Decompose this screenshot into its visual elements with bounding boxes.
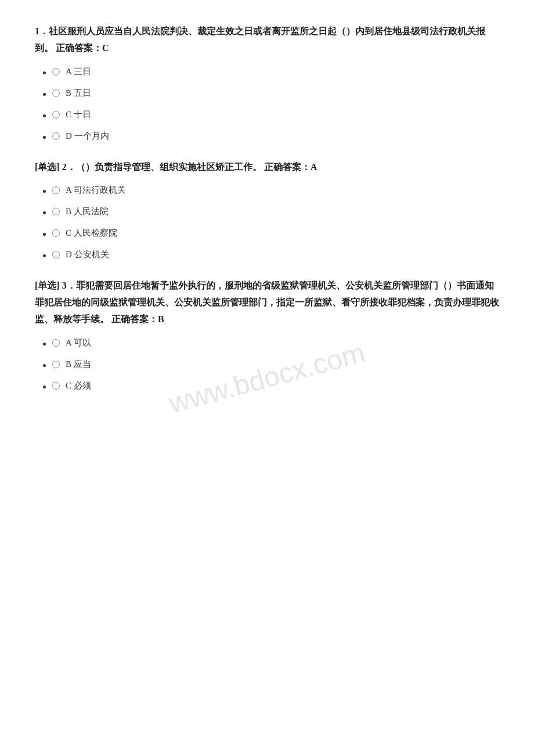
option-label-q3_a: A 可以	[66, 337, 91, 348]
option-label-q2_c: C 人民检察院	[66, 228, 117, 239]
option-item-q1_c: C 十日	[52, 109, 499, 120]
option-item-q1_d: D 一个月内	[52, 131, 499, 142]
options-list-1: A 三日B 五日C 十日D 一个月内	[35, 66, 499, 142]
option-label-q2_d: D 公安机关	[66, 249, 109, 260]
option-label-q1_c: C 十日	[66, 109, 91, 120]
option-label-q2_b: B 人民法院	[66, 206, 109, 217]
questions-container: 1．社区服刑人员应当自人民法院判决、裁定生效之日或者离开监所之日起（）内到居住地…	[35, 23, 499, 391]
question-block-1: 1．社区服刑人员应当自人民法院判决、裁定生效之日或者离开监所之日起（）内到居住地…	[35, 23, 499, 142]
option-item-q3_a: A 可以	[52, 337, 499, 348]
option-label-q2_a: A 司法行政机关	[66, 185, 126, 196]
options-list-2: A 司法行政机关B 人民法院C 人民检察院D 公安机关	[35, 185, 499, 260]
option-label-q1_d: D 一个月内	[66, 131, 109, 142]
radio-q2_a[interactable]	[52, 186, 60, 194]
options-list-3: A 可以B 应当C 必须	[35, 337, 499, 391]
question-block-2: [单选] 2．（）负责指导管理、组织实施社区矫正工作。 正确答案：AA 司法行政…	[35, 159, 499, 261]
radio-q1_d[interactable]	[52, 132, 60, 140]
option-item-q1_b: B 五日	[52, 88, 499, 99]
radio-q1_c[interactable]	[52, 111, 60, 118]
option-item-q3_c: C 必须	[52, 380, 499, 391]
question-block-3: [单选] 3．罪犯需要回居住地暂予监外执行的，服刑地的省级监狱管理机关、公安机关…	[35, 278, 499, 391]
correct-answer-3: 正确答案：B	[111, 314, 164, 324]
question-text-2: [单选] 2．（）负责指导管理、组织实施社区矫正工作。 正确答案：A	[35, 159, 499, 176]
option-item-q2_d: D 公安机关	[52, 249, 499, 260]
radio-q3_b[interactable]	[52, 361, 60, 368]
option-item-q2_b: B 人民法院	[52, 206, 499, 217]
option-item-q3_b: B 应当	[52, 359, 499, 370]
radio-q2_d[interactable]	[52, 251, 60, 258]
radio-q2_b[interactable]	[52, 208, 60, 215]
correct-answer-2: 正确答案：A	[264, 162, 317, 172]
radio-q3_a[interactable]	[52, 339, 60, 347]
option-label-q1_a: A 三日	[66, 66, 91, 77]
option-item-q2_a: A 司法行政机关	[52, 185, 499, 196]
question-text-1: 1．社区服刑人员应当自人民法院判决、裁定生效之日或者离开监所之日起（）内到居住地…	[35, 23, 499, 57]
option-label-q1_b: B 五日	[66, 88, 91, 99]
option-label-q3_b: B 应当	[66, 359, 91, 370]
question-text-3: [单选] 3．罪犯需要回居住地暂予监外执行的，服刑地的省级监狱管理机关、公安机关…	[35, 278, 499, 327]
option-label-q3_c: C 必须	[66, 380, 91, 391]
radio-q1_a[interactable]	[52, 68, 60, 75]
option-item-q1_a: A 三日	[52, 66, 499, 77]
radio-q3_c[interactable]	[52, 382, 60, 390]
option-item-q2_c: C 人民检察院	[52, 228, 499, 239]
radio-q2_c[interactable]	[52, 229, 60, 237]
radio-q1_b[interactable]	[52, 89, 60, 97]
correct-answer-1: 正确答案：C	[56, 43, 109, 53]
